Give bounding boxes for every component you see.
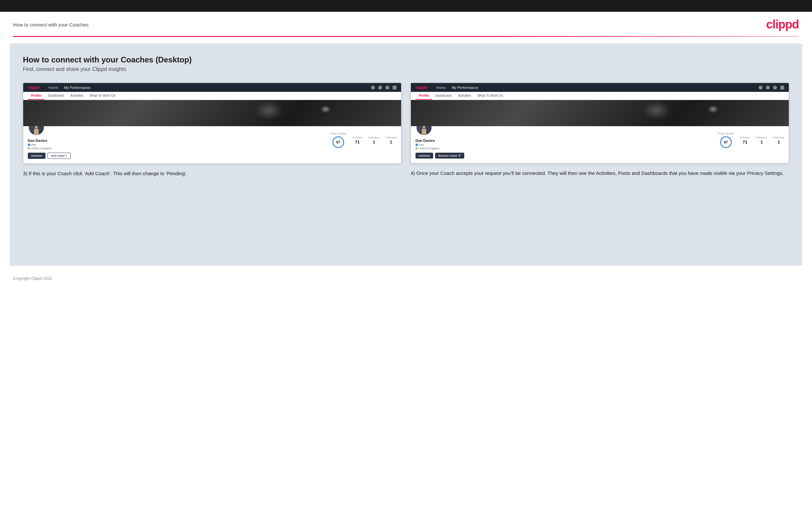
mock-hero-overlay-right [411,100,789,126]
mock-location-left: United Kingdom [28,147,71,150]
add-coach-button-left[interactable]: Add Coach + [47,153,71,159]
location-text-right: United Kingdom [418,147,439,150]
mock-nav-left: clippd Home My Performance [23,83,401,92]
mock-role-right: Pro [415,143,464,147]
tab-whattowerkon-left[interactable]: What To Work On [87,92,119,100]
mock-stat-following-left: Following 1 [386,136,397,145]
mock-tabs-right: Profile Dashboard Activities What To Wor… [411,92,789,100]
mock-hero-left [23,100,401,126]
quality-value-left: 97 [336,140,340,144]
verified-icon-right [415,144,418,146]
mock-nav-performance-right[interactable]: My Performance [452,86,478,90]
mock-stat-following-right: Following 1 [773,136,784,145]
location-text-left: United Kingdom [31,147,52,150]
tab-activities-right[interactable]: Activities [455,92,474,100]
mock-logo-right: clippd [415,85,427,90]
mock-stat-activities-right: Activities 71 [740,136,750,145]
header-divider [13,36,799,37]
quality-label-right: Player Quality [718,132,734,135]
logo: clippd [766,18,799,32]
mock-name-left: Dan Davies [28,138,71,143]
mock-hero-overlay-left [23,100,401,126]
mock-profile-info-right: Dan Davies Pro United Kingdom Unfollow [415,136,464,159]
mock-nav-home-left[interactable]: Home [48,86,58,90]
search-icon-left[interactable] [371,86,375,90]
user-icon-right[interactable] [766,86,770,90]
mock-nav-performance-left[interactable]: My Performance [64,86,91,90]
stat-label-following-right: Following [773,136,784,139]
section-subtitle: Find, connect and share your Clippd insi… [23,66,789,72]
mock-nav-icons-left [371,86,397,90]
tab-dashboard-right[interactable]: Dashboard [432,92,455,100]
mock-stats-right: Player Quality 97 Activities 71 Follower… [718,129,784,148]
mock-profile-left: Dan Davies Pro United Kingdom Unfollow [23,126,401,163]
mock-role-left: Pro [28,143,71,147]
stat-value-activities-left: 71 [352,139,362,145]
stat-label-followers-right: Followers [756,136,767,139]
mock-quality-left: Player Quality 97 [330,132,347,148]
header: How to connect with your Coaches clippd [0,12,812,36]
stat-value-followers-right: 1 [756,139,767,145]
mock-stat-followers-right: Followers 1 [756,136,767,145]
remove-coach-x-icon: ✕ [458,154,461,157]
mock-stat-activities-left: Activities 71 [352,136,362,145]
screenshot-col-right: clippd Home My Performance Profile Dashb… [411,83,789,177]
verified-icon-left [28,144,31,146]
stat-value-following-right: 1 [773,139,784,145]
mock-hero-right [411,100,789,126]
mock-name-right: Dan Davies [415,138,464,143]
location-icon-right [415,147,417,150]
mock-profile-right: Dan Davies Pro United Kingdom Unfollow [411,126,789,163]
settings-icon-left[interactable] [386,86,389,90]
remove-coach-button-right[interactable]: Remove Coach ✕ [435,153,464,159]
unfollow-button-left[interactable]: Unfollow [28,153,46,159]
mock-quality-right: Player Quality 97 [718,132,734,148]
mock-nav-icons-right [759,86,784,90]
mock-stats-left: Player Quality 97 Activities 71 Follower… [330,129,397,148]
mock-buttons-right: Unfollow Remove Coach ✕ [415,153,464,159]
browser-mock-left: clippd Home My Performance Profile Dashb… [23,83,401,164]
unfollow-button-right[interactable]: Unfollow [415,153,433,159]
mock-nav-home-right[interactable]: Home [436,86,446,90]
main-content: How to connect with your Coaches (Deskto… [10,44,802,266]
avatar-figure-right [420,125,427,135]
location-icon-left [28,147,30,150]
tab-profile-left[interactable]: Profile [28,92,45,100]
stat-label-following-left: Following [386,136,397,139]
mock-nav-right: clippd Home My Performance [411,83,789,92]
mock-profile-info-left: Dan Davies Pro United Kingdom Unfollow [28,136,71,159]
stat-value-activities-right: 71 [740,139,750,145]
avatar-figure-left [33,125,40,135]
role-text-left: Pro [32,143,36,147]
mock-buttons-left: Unfollow Add Coach + [28,153,71,159]
stat-label-activities-left: Activities [352,136,362,139]
caption-right-text: 4) Once your Coach accepts your request … [411,170,783,176]
mock-logo-left: clippd [28,85,39,90]
mock-stat-followers-left: Followers 1 [368,136,379,145]
quality-value-right: 97 [724,140,727,144]
search-icon-right[interactable] [759,86,763,90]
tab-profile-right[interactable]: Profile [415,92,432,100]
mock-tabs-left: Profile Dashboard Activities What To Wor… [23,92,401,100]
stat-label-activities-right: Activities [740,136,750,139]
stat-value-followers-left: 1 [368,139,379,145]
user-icon-left[interactable] [378,86,382,90]
tab-activities-left[interactable]: Activities [67,92,86,100]
quality-circle-left: 97 [333,136,344,148]
quality-label-left: Player Quality [330,132,347,135]
settings-icon-right[interactable] [773,86,777,90]
screenshots-row: clippd Home My Performance Profile Dashb… [23,83,789,177]
stat-label-followers-left: Followers [368,136,379,139]
tab-dashboard-left[interactable]: Dashboard [45,92,67,100]
footer-text: Copyright Clippd 2022 [13,276,52,281]
quality-circle-right: 97 [720,136,732,148]
footer: Copyright Clippd 2022 [0,272,812,285]
avatar-icon-left[interactable] [393,86,397,90]
caption-right: 4) Once your Coach accepts your request … [411,169,789,177]
role-text-right: Pro [419,143,424,147]
tab-whattowerkon-right[interactable]: What To Work On [474,92,507,100]
top-bar [0,0,812,12]
avatar-icon-right[interactable] [780,86,784,90]
page-title: How to connect with your Coaches [13,22,89,27]
browser-mock-right: clippd Home My Performance Profile Dashb… [411,83,789,163]
